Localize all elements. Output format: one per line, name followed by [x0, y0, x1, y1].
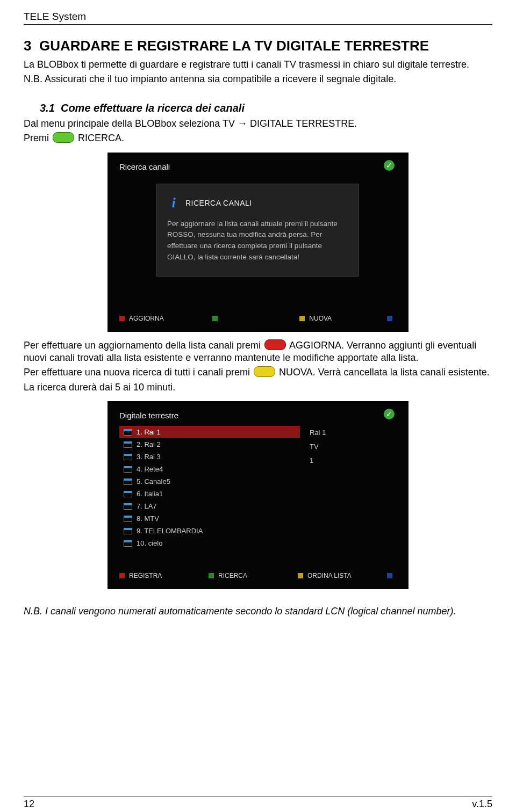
red-button-icon — [264, 339, 286, 350]
tv-icon — [124, 466, 132, 473]
channel-row[interactable]: 2. Rai 2 — [119, 438, 300, 451]
channel-row[interactable]: 3. Rai 3 — [119, 451, 300, 463]
channel-label: 2. Rai 2 — [137, 440, 161, 448]
channel-label: 7. LA7 — [137, 502, 157, 510]
check-icon: ✓ — [384, 160, 395, 171]
channel-row[interactable]: 4. Rete4 — [119, 463, 300, 475]
channel-label: 6. Italia1 — [137, 490, 163, 498]
shot2-title: Digitale terrestre — [119, 411, 178, 420]
mid-p1: Per effettuare un aggiornamento della li… — [24, 339, 492, 365]
tv-icon — [124, 516, 132, 522]
yellow-button-icon — [254, 366, 275, 377]
channel-label: 9. TELELOMBARDIA — [137, 527, 203, 535]
green-dot-icon — [212, 316, 218, 321]
shot1-title: Ricerca canali — [119, 162, 170, 171]
page-number: 12 — [24, 799, 34, 810]
channel-list: 1. Rai 12. Rai 23. Rai 34. Rete45. Canal… — [119, 426, 300, 549]
tv-icon — [124, 454, 132, 460]
screenshot-ricerca-canali: Ricerca canali ✓ i RICERCA CANALI Per ag… — [108, 153, 408, 332]
channel-row[interactable]: 10. cielo — [119, 537, 300, 549]
blue-dot-icon — [387, 316, 392, 321]
brand: TELE System — [24, 11, 86, 22]
red-dot-icon — [119, 573, 125, 578]
sub31-line1: Dal menu principale della BLOBbox selezi… — [24, 118, 492, 130]
shot1-panel: i RICERCA CANALI Per aggiornare la lista… — [156, 184, 359, 277]
screenshot-digitale-terrestre: Digitale terrestre ✓ 1. Rai 12. Rai 23. … — [108, 401, 408, 589]
tv-icon — [124, 429, 132, 436]
tv-icon — [124, 503, 132, 510]
channel-row[interactable]: 8. MTV — [119, 512, 300, 525]
shot1-panel-title: RICERCA CANALI — [185, 199, 252, 207]
channel-row[interactable]: 1. Rai 1 — [119, 426, 300, 438]
channel-row[interactable]: 7. LA7 — [119, 500, 300, 512]
shot1-panel-text: Per aggiornare la lista canali attuale p… — [167, 219, 348, 264]
mid-p3: La ricerca durerà dai 5 ai 10 minuti. — [24, 381, 492, 394]
channel-label: 4. Rete4 — [137, 465, 163, 473]
yellow-dot-icon — [298, 573, 303, 578]
tv-icon — [124, 441, 132, 448]
tv-icon — [124, 528, 132, 534]
tv-icon — [124, 491, 132, 497]
page-footer: 12 v.1.5 — [24, 796, 492, 810]
shot1-legend: AGGIORNA NUOVA — [119, 315, 397, 322]
channel-label: 10. cielo — [137, 539, 162, 547]
mid-p2: Per effettuare una nuova ricerca di tutt… — [24, 366, 492, 379]
green-dot-icon — [209, 573, 214, 578]
yellow-dot-icon — [299, 316, 305, 321]
tv-icon — [124, 479, 132, 485]
check-icon: ✓ — [384, 409, 395, 419]
channel-label: 3. Rai 3 — [137, 453, 161, 461]
blue-dot-icon — [387, 573, 392, 578]
channel-label: 8. MTV — [137, 514, 159, 523]
sub31-line2: Premi RICERCA. — [24, 132, 492, 144]
closing-note: N.B. I canali vengono numerati automatic… — [24, 605, 492, 618]
info-icon: i — [167, 195, 180, 211]
intro-paragraph: La BLOBbox ti permette di guardare e reg… — [24, 59, 492, 71]
channel-side-info: Rai 1 TV 1 — [310, 426, 326, 468]
channel-row[interactable]: 5. Canale5 — [119, 475, 300, 488]
section-title: 3 GUARDARE E REGISTRARE LA TV DIGITALE T… — [24, 38, 492, 54]
page-header: TELE System — [24, 11, 492, 25]
shot2-legend: REGISTRA RICERCA ORDINA LISTA — [119, 572, 397, 579]
version: v.1.5 — [472, 799, 492, 810]
tv-icon — [124, 540, 132, 547]
channel-row[interactable]: 9. TELELOMBARDIA — [119, 525, 300, 537]
channel-row[interactable]: 6. Italia1 — [119, 488, 300, 500]
subsection-31-title: 3.1 Come effettuare la ricerca dei canal… — [40, 102, 492, 114]
red-dot-icon — [119, 316, 125, 321]
channel-label: 1. Rai 1 — [137, 428, 161, 436]
nb-line: N.B. Assicurati che il tuo impianto ante… — [24, 73, 492, 85]
channel-label: 5. Canale5 — [137, 477, 170, 485]
green-button-icon — [53, 132, 74, 143]
